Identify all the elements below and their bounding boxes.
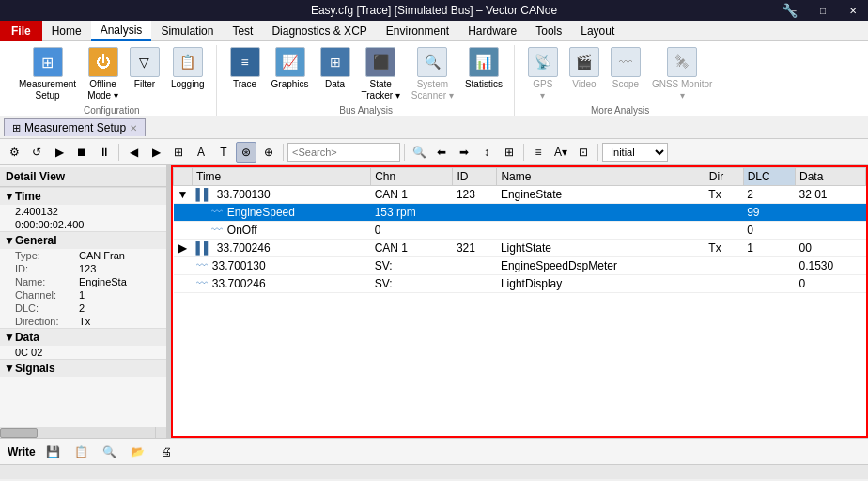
search-input[interactable] (287, 143, 400, 162)
graphics-button[interactable]: 📈 Graphics (268, 45, 313, 92)
setup-tab-close[interactable]: ✕ (130, 123, 137, 133)
data-section-header[interactable]: ▼ Data (0, 328, 166, 346)
hardware-menu[interactable]: Hardware (458, 21, 526, 41)
filter-button[interactable]: ▽ Filter (126, 45, 163, 92)
horizontal-scrollbar[interactable] (0, 427, 155, 438)
configuration-items: ⊞ MeasurementSetup ⏻ OfflineMode ▾ ▽ Fil… (15, 45, 209, 103)
write-btn-5[interactable]: 🖨 (156, 442, 177, 462)
diagnostics-menu[interactable]: Diagnostics & XCP (262, 21, 376, 41)
measurement-setup-button[interactable]: ⊞ MeasurementSetup (15, 45, 80, 103)
toolbar-btn-14[interactable]: ⬅ (431, 142, 452, 163)
toolbar-btn-2[interactable]: ↺ (26, 142, 47, 163)
chn-col-header[interactable]: Chn (371, 168, 453, 186)
toolbar-btn-7[interactable]: ▶ (146, 142, 166, 163)
table-row[interactable]: 〰 EngineSpeed 153 rpm 99 (174, 204, 866, 222)
toolbar-btn-20[interactable]: ⊡ (573, 142, 594, 163)
setup-tab-icon: ⊞ (12, 122, 21, 134)
state-tracker-button[interactable]: ⬛ StateTracker ▾ (358, 45, 404, 103)
dir-col-header[interactable]: Dir (705, 168, 743, 186)
statistics-button[interactable]: 📊 Statistics (461, 45, 506, 92)
write-btn-1[interactable]: 💾 (43, 442, 64, 462)
sig-icon-1b: 〰 (211, 224, 223, 237)
msg-icon-2: ▌▌ (196, 241, 212, 255)
window-controls: 🔧 ─ □ ✕ (778, 0, 868, 21)
data-label: Data (15, 331, 39, 344)
environment-menu[interactable]: Environment (377, 21, 458, 41)
scrollbar-thumb (0, 428, 38, 438)
system-scanner-button[interactable]: 🔍 SystemScanner ▾ (408, 45, 457, 103)
time-cell-1b: 〰 OnOff (193, 222, 371, 240)
write-btn-3[interactable]: 🔍 (100, 442, 120, 462)
toolbar-btn-18[interactable]: ≡ (528, 142, 549, 163)
toolbar-btn-11[interactable]: ⊛ (236, 142, 256, 163)
graphics-label: Graphics (271, 79, 309, 90)
dir-cell-1: Tx (705, 186, 743, 204)
separator-3 (404, 144, 405, 161)
name-col-header[interactable]: Name (497, 168, 705, 186)
toolbar-btn-6[interactable]: ◀ (123, 142, 144, 163)
toolbar-btn-16[interactable]: ↕ (476, 142, 497, 163)
write-btn-4[interactable]: 📂 (128, 442, 148, 462)
logging-button[interactable]: 📋 Logging (167, 45, 209, 92)
state-tracker-label: StateTracker ▾ (362, 79, 400, 101)
toolbar-btn-10[interactable]: T (213, 142, 234, 163)
time-section-header[interactable]: ▼ Time (0, 187, 166, 205)
graphics-icon: 📈 (275, 47, 305, 77)
toolbar-btn-19[interactable]: A▾ (550, 142, 571, 163)
toolbar-btn-3[interactable]: ▶ (49, 142, 70, 163)
time-col-header[interactable]: Time (193, 168, 371, 186)
toolbar-btn-15[interactable]: ➡ (454, 142, 474, 163)
initial-dropdown[interactable]: Initial (602, 143, 668, 162)
toolbar-btn-1[interactable]: ⚙ (4, 142, 24, 163)
toolbar-btn-12[interactable]: ⊕ (258, 142, 279, 163)
toolbar-btn-9[interactable]: A (191, 142, 211, 163)
video-button[interactable]: 🎬 Video (566, 45, 603, 92)
video-icon: 🎬 (569, 47, 599, 77)
scope-icon: 〰 (611, 47, 641, 77)
toolbar-btn-4[interactable]: ⏹ (71, 142, 92, 163)
toolbar-btn-5[interactable]: ⏸ (94, 142, 115, 163)
gnss-monitor-button[interactable]: 🛰 GNSS Monitor▾ (648, 45, 716, 103)
name-label: Name: (15, 276, 75, 287)
tools-menu[interactable]: Tools (526, 21, 571, 41)
dlc-cell-1b: 0 (743, 222, 795, 240)
toolbar-btn-13[interactable]: 🔍 (409, 142, 429, 163)
bottom-scrollbar-area (0, 427, 166, 438)
chn-cell-4: SV: (371, 275, 453, 293)
table-row[interactable]: ▼ ▌▌ 33.700130 CAN 1 123 EngineState Tx … (174, 186, 866, 204)
table-row[interactable]: 〰 33.700246 SV: LightDisplay 0 (174, 275, 866, 293)
id-col-header[interactable]: ID (453, 168, 497, 186)
home-menu[interactable]: Home (42, 21, 91, 41)
file-menu[interactable]: File (0, 21, 42, 41)
analysis-menu[interactable]: Analysis (91, 21, 152, 41)
chn-cell-3: SV: (371, 257, 453, 275)
scope-button[interactable]: 〰 Scope (607, 45, 644, 92)
write-btn-2[interactable]: 📋 (71, 442, 92, 462)
direction-row: Direction: Tx (0, 315, 166, 328)
table-header: Time Chn ID Name Dir DLC Data (174, 168, 866, 186)
signals-section-header[interactable]: ▼ Signals (0, 359, 166, 377)
table-row[interactable]: ▶ ▌▌ 33.700246 CAN 1 321 LightState Tx 1… (174, 240, 866, 257)
toolbar-btn-17[interactable]: ⊞ (499, 142, 519, 163)
layout-menu[interactable]: Layout (571, 21, 624, 41)
table-row[interactable]: 〰 33.700130 SV: EngineSpeedDspMeter 0.15… (174, 257, 866, 275)
dlc-col-header[interactable]: DLC (743, 168, 795, 186)
window-title: Easy.cfg [Trace] [Simulated Bus] – Vecto… (311, 4, 557, 17)
id-cell-1a (453, 204, 497, 222)
expand-cell-1[interactable]: ▼ (174, 186, 193, 204)
trace-button[interactable]: ≡ Trace (226, 45, 264, 92)
general-section-header[interactable]: ▼ General (0, 231, 166, 249)
offline-mode-button[interactable]: ⏻ OfflineMode ▾ (84, 45, 122, 103)
close-button[interactable]: ✕ (838, 0, 868, 21)
id-label: ID: (15, 263, 75, 274)
measurement-setup-tab[interactable]: ⊞ Measurement Setup ✕ (4, 118, 146, 136)
maximize-button[interactable]: □ (808, 0, 838, 21)
data-button[interactable]: ⊞ Data (317, 45, 354, 92)
table-row[interactable]: 〰 OnOff 0 0 (174, 222, 866, 240)
gps-button[interactable]: 📡 GPS▾ (524, 45, 562, 103)
simulation-menu[interactable]: Simulation (151, 21, 223, 41)
toolbar-btn-8[interactable]: ⊞ (168, 142, 189, 163)
expand-cell-2[interactable]: ▶ (174, 240, 193, 257)
data-col-header[interactable]: Data (796, 168, 866, 186)
test-menu[interactable]: Test (223, 21, 262, 41)
